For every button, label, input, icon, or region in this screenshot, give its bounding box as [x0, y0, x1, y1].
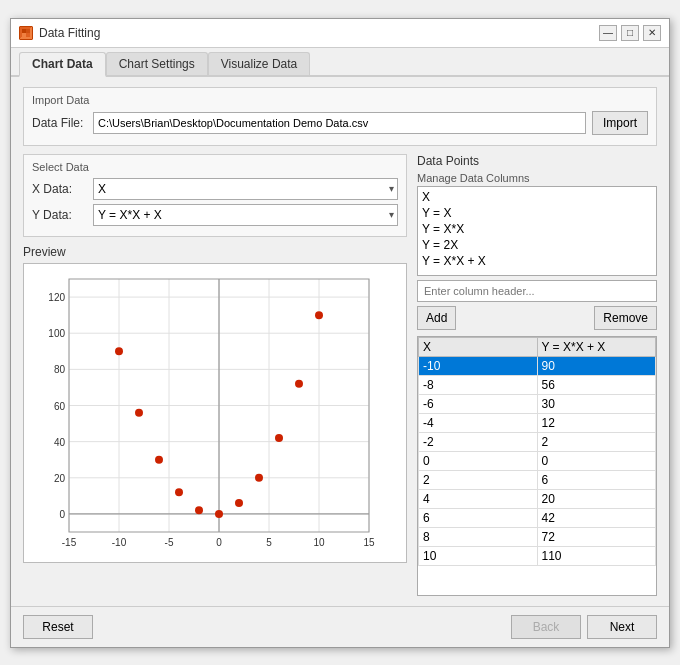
- tab-bar: Chart Data Chart Settings Visualize Data: [11, 48, 669, 77]
- table-row[interactable]: -22: [419, 432, 656, 451]
- cell-y: 12: [537, 413, 656, 432]
- table-row[interactable]: 872: [419, 527, 656, 546]
- cell-y: 56: [537, 375, 656, 394]
- cell-y: 2: [537, 432, 656, 451]
- columns-listbox[interactable]: X Y = X Y = X*X Y = 2X Y = X*X + X: [417, 186, 657, 276]
- cell-x: -2: [419, 432, 538, 451]
- main-window: Data Fitting — □ ✕ Chart Data Chart Sett…: [10, 18, 670, 648]
- x-data-select[interactable]: X: [93, 178, 398, 200]
- col-header-y: Y = X*X + X: [537, 337, 656, 356]
- data-table-container: X Y = X*X + X -1090-856-630-412-22002642…: [417, 336, 657, 596]
- x-data-label: X Data:: [32, 182, 87, 196]
- window-controls: — □ ✕: [599, 25, 661, 41]
- cell-x: 6: [419, 508, 538, 527]
- y-data-select-wrapper: Y = X Y = X*X Y = 2X Y = X*X + X: [93, 204, 398, 226]
- table-row[interactable]: -1090: [419, 356, 656, 375]
- footer: Reset Back Next: [11, 606, 669, 647]
- select-data-label: Select Data: [32, 161, 398, 173]
- cell-y: 90: [537, 356, 656, 375]
- y-data-select[interactable]: Y = X Y = X*X Y = 2X Y = X*X + X: [93, 204, 398, 226]
- preview-area: [23, 263, 407, 563]
- tab-content: Import Data Data File: Import Select Dat…: [11, 77, 669, 606]
- cell-x: 8: [419, 527, 538, 546]
- minimize-button[interactable]: —: [599, 25, 617, 41]
- svg-rect-2: [22, 33, 26, 37]
- table-row[interactable]: 00: [419, 451, 656, 470]
- svg-rect-1: [26, 33, 30, 37]
- cell-x: 2: [419, 470, 538, 489]
- preview-label: Preview: [23, 245, 407, 259]
- footer-right: Back Next: [511, 615, 657, 639]
- cell-x: -10: [419, 356, 538, 375]
- maximize-button[interactable]: □: [621, 25, 639, 41]
- tab-chart-settings[interactable]: Chart Settings: [106, 52, 208, 75]
- cell-x: 10: [419, 546, 538, 565]
- x-data-row: X Data: X: [32, 178, 398, 200]
- cell-y: 20: [537, 489, 656, 508]
- cell-x: -6: [419, 394, 538, 413]
- data-points-label: Data Points: [417, 154, 657, 168]
- cell-y: 6: [537, 470, 656, 489]
- table-row[interactable]: 26: [419, 470, 656, 489]
- table-row[interactable]: -412: [419, 413, 656, 432]
- table-header-row: X Y = X*X + X: [419, 337, 656, 356]
- y-data-label: Y Data:: [32, 208, 87, 222]
- back-button[interactable]: Back: [511, 615, 581, 639]
- svg-rect-3: [26, 29, 30, 33]
- table-row[interactable]: 10110: [419, 546, 656, 565]
- col-header-x: X: [419, 337, 538, 356]
- cell-y: 110: [537, 546, 656, 565]
- next-button[interactable]: Next: [587, 615, 657, 639]
- y-data-row: Y Data: Y = X Y = X*X Y = 2X Y = X*X + X: [32, 204, 398, 226]
- select-data-section: Select Data X Data: X Y Data:: [23, 154, 407, 237]
- close-button[interactable]: ✕: [643, 25, 661, 41]
- import-data-label: Import Data: [32, 94, 648, 106]
- x-data-select-wrapper: X: [93, 178, 398, 200]
- list-item[interactable]: Y = X*X + X: [418, 253, 656, 269]
- cell-x: 0: [419, 451, 538, 470]
- cell-y: 42: [537, 508, 656, 527]
- reset-button[interactable]: Reset: [23, 615, 93, 639]
- tab-chart-data[interactable]: Chart Data: [19, 52, 106, 77]
- svg-rect-0: [22, 29, 26, 33]
- title-bar: Data Fitting — □ ✕: [11, 19, 669, 48]
- add-remove-row: Add Remove: [417, 306, 657, 330]
- data-file-row: Data File: Import: [32, 111, 648, 135]
- remove-column-button[interactable]: Remove: [594, 306, 657, 330]
- list-item[interactable]: X: [418, 189, 656, 205]
- add-column-button[interactable]: Add: [417, 306, 456, 330]
- table-row[interactable]: 420: [419, 489, 656, 508]
- col-header-input[interactable]: [417, 280, 657, 302]
- import-button[interactable]: Import: [592, 111, 648, 135]
- left-panel: Select Data X Data: X Y Data:: [23, 154, 407, 596]
- chart-canvas: [24, 264, 389, 562]
- cell-y: 30: [537, 394, 656, 413]
- cell-x: -8: [419, 375, 538, 394]
- import-data-section: Import Data Data File: Import: [23, 87, 657, 146]
- data-points-section: Data Points Manage Data Columns X Y = X …: [417, 154, 657, 330]
- window-title: Data Fitting: [39, 26, 599, 40]
- list-item[interactable]: Y = X: [418, 205, 656, 221]
- manage-cols-label: Manage Data Columns: [417, 172, 657, 184]
- cell-y: 72: [537, 527, 656, 546]
- list-item[interactable]: Y = X*X: [418, 221, 656, 237]
- data-file-label: Data File:: [32, 116, 87, 130]
- table-row[interactable]: -856: [419, 375, 656, 394]
- data-table: X Y = X*X + X -1090-856-630-412-22002642…: [418, 337, 656, 566]
- table-row[interactable]: 642: [419, 508, 656, 527]
- table-row[interactable]: -630: [419, 394, 656, 413]
- data-file-input[interactable]: [93, 112, 586, 134]
- cell-y: 0: [537, 451, 656, 470]
- preview-section: Preview: [23, 245, 407, 563]
- main-layout: Select Data X Data: X Y Data:: [23, 154, 657, 596]
- window-icon: [19, 26, 33, 40]
- list-item[interactable]: Y = 2X: [418, 237, 656, 253]
- cell-x: 4: [419, 489, 538, 508]
- cell-x: -4: [419, 413, 538, 432]
- tab-visualize-data[interactable]: Visualize Data: [208, 52, 311, 75]
- right-panel: Data Points Manage Data Columns X Y = X …: [417, 154, 657, 596]
